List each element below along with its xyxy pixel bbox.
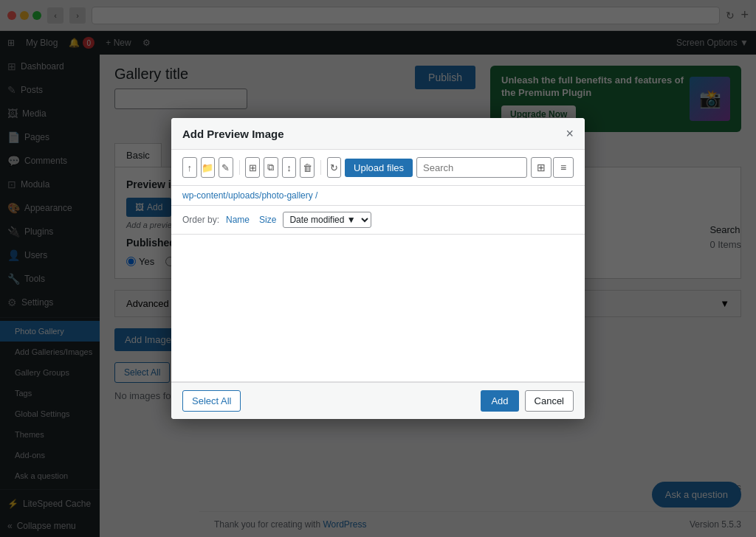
modal-close-button[interactable]: × — [566, 127, 574, 140]
modal-header: Add Preview Image × — [171, 118, 585, 150]
grid-view-icon: ⊞ — [537, 162, 546, 173]
grid-view-button[interactable]: ⊞ — [531, 157, 551, 178]
modal-footer-left: Select All — [182, 390, 241, 412]
order-name-button[interactable]: Name — [223, 215, 252, 225]
modal-footer-right: Add Cancel — [481, 390, 574, 412]
upload-arrow-button[interactable]: ↑ — [182, 157, 197, 178]
modal-overlay[interactable]: Add Preview Image × ↑ 📁 ✎ ⊞ ⧉ ↕ — [0, 0, 756, 537]
order-date-select[interactable]: Date modified ▼ — [283, 212, 371, 228]
list-view-icon: ≡ — [560, 162, 566, 173]
folder-icon: 📁 — [202, 162, 213, 173]
move-tool-button[interactable]: ↕ — [282, 157, 297, 178]
copy-tool-icon: ⧉ — [267, 162, 274, 173]
grid-tool-icon: ⊞ — [249, 162, 257, 173]
modal-cancel-button[interactable]: Cancel — [525, 390, 574, 412]
delete-tool-button[interactable]: 🗑 — [300, 157, 315, 178]
modal-add-button[interactable]: Add — [481, 390, 518, 412]
edit-tool-icon: ✎ — [221, 162, 230, 173]
modal-footer: Select All Add Cancel — [171, 382, 585, 419]
modal-order-bar: Order by: Name Size Date modified ▼ — [171, 206, 585, 235]
modal-path[interactable]: wp-content/uploads/photo-gallery / — [171, 186, 585, 206]
add-preview-modal: Add Preview Image × ↑ 📁 ✎ ⊞ ⧉ ↕ — [171, 118, 585, 419]
modal-title: Add Preview Image — [182, 128, 284, 140]
refresh-tool-button[interactable]: ↻ — [327, 157, 342, 178]
modal-toolbar: ↑ 📁 ✎ ⊞ ⧉ ↕ 🗑 ↻ U — [171, 150, 585, 186]
refresh-tool-icon: ↻ — [330, 162, 338, 173]
move-tool-icon: ↕ — [286, 162, 292, 173]
grid-tool-button[interactable]: ⊞ — [245, 157, 260, 178]
tool-divider-1 — [239, 160, 240, 175]
select-all-modal-button[interactable]: Select All — [182, 390, 241, 412]
list-view-button[interactable]: ≡ — [553, 157, 574, 178]
modal-search-input[interactable] — [416, 157, 527, 178]
order-label: Order by: — [182, 215, 219, 225]
order-size-button[interactable]: Size — [256, 215, 279, 225]
modal-file-browser — [171, 235, 585, 382]
folder-button[interactable]: 📁 — [201, 157, 216, 178]
upload-files-button[interactable]: Upload files — [345, 159, 413, 177]
edit-tool-button[interactable]: ✎ — [219, 157, 233, 178]
delete-tool-icon: 🗑 — [303, 162, 312, 173]
tool-divider-2 — [320, 160, 321, 175]
upload-arrow-icon: ↑ — [188, 162, 193, 173]
view-buttons: ⊞ ≡ — [531, 157, 574, 178]
copy-tool-button[interactable]: ⧉ — [264, 157, 278, 178]
